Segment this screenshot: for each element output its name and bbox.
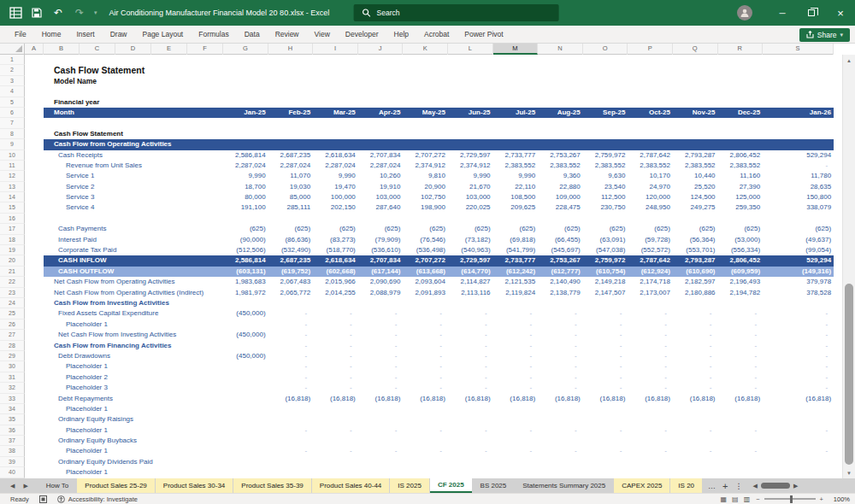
cell[interactable]: 2,759,972 bbox=[583, 255, 628, 266]
select-all-corner[interactable] bbox=[0, 44, 25, 54]
cell[interactable] bbox=[25, 457, 44, 467]
cell[interactable] bbox=[25, 425, 44, 436]
hscroll-left-arrow-icon[interactable]: ◀ bbox=[752, 483, 757, 489]
cell[interactable]: (625) bbox=[583, 224, 628, 234]
vertical-scrollbar[interactable]: ▲ ▼ bbox=[842, 55, 855, 478]
column-header-r[interactable]: R bbox=[718, 44, 764, 55]
cell[interactable]: - bbox=[673, 425, 718, 436]
cell[interactable]: - bbox=[718, 308, 764, 319]
cell[interactable] bbox=[25, 394, 44, 404]
cell[interactable]: - bbox=[718, 319, 764, 330]
row-label[interactable]: Cash Payments bbox=[44, 224, 223, 234]
cell[interactable]: 18,700 bbox=[223, 182, 268, 192]
cell[interactable]: (16,818) bbox=[403, 394, 448, 404]
zoom-out-button[interactable]: − bbox=[756, 495, 759, 503]
ribbon-tab-data[interactable]: Data bbox=[237, 26, 268, 44]
row-header-7[interactable]: 7 bbox=[0, 118, 25, 128]
cell[interactable]: (16,818) bbox=[583, 394, 628, 404]
row-label[interactable]: Net Cash Flow from Investing Activities bbox=[44, 330, 223, 340]
cell[interactable]: - bbox=[583, 425, 628, 436]
cell[interactable]: Oct-25 bbox=[628, 108, 673, 118]
cell[interactable]: Nov-25 bbox=[673, 108, 718, 118]
cell[interactable]: 19,030 bbox=[268, 182, 314, 192]
cell[interactable]: 2,753,267 bbox=[538, 150, 583, 161]
cell[interactable] bbox=[25, 319, 44, 330]
cell[interactable]: 2,173,007 bbox=[628, 288, 673, 298]
cell[interactable]: 2,149,218 bbox=[583, 277, 628, 287]
cell[interactable]: 9,990 bbox=[313, 171, 358, 181]
sheet-tab-capex-2025[interactable]: CAPEX 2025 bbox=[614, 478, 669, 493]
page-break-view-icon[interactable]: ▥ bbox=[744, 495, 751, 503]
cell[interactable]: - bbox=[763, 351, 834, 361]
excel-app-icon[interactable] bbox=[9, 6, 22, 20]
cell[interactable]: 100,000 bbox=[313, 192, 358, 202]
cell[interactable]: 249,275 bbox=[673, 202, 718, 213]
ribbon-tab-acrobat[interactable]: Acrobat bbox=[416, 26, 457, 44]
cell[interactable]: - bbox=[493, 319, 539, 330]
cell[interactable]: - bbox=[403, 446, 448, 456]
cell[interactable]: 2,383,552 bbox=[538, 161, 583, 171]
cell[interactable]: - bbox=[538, 425, 583, 436]
cell[interactable]: (16,818) bbox=[448, 394, 493, 404]
row-header-2[interactable]: 2 bbox=[0, 65, 25, 75]
cell[interactable]: - bbox=[763, 341, 834, 351]
column-header-m[interactable]: M bbox=[493, 44, 539, 55]
cell[interactable]: 10,260 bbox=[358, 171, 404, 181]
ribbon-tab-draw[interactable]: Draw bbox=[103, 26, 135, 44]
row-header-33[interactable]: 33 bbox=[0, 394, 25, 404]
cell[interactable]: - bbox=[583, 383, 628, 393]
cell[interactable]: (536,498) bbox=[403, 245, 448, 255]
cell[interactable]: - bbox=[448, 330, 493, 340]
cell[interactable]: (625) bbox=[538, 224, 583, 234]
cell[interactable]: 2,088,979 bbox=[358, 288, 404, 298]
minimize-button[interactable]: ─ bbox=[768, 0, 797, 26]
cell[interactable]: - bbox=[718, 341, 764, 351]
cell[interactable]: 109,000 bbox=[538, 192, 583, 202]
cell[interactable]: - bbox=[403, 330, 448, 340]
cell[interactable]: 2,121,535 bbox=[493, 277, 539, 287]
cell[interactable]: 2,806,452 bbox=[718, 255, 764, 266]
cell[interactable]: 2,065,772 bbox=[268, 288, 314, 298]
row-header-37[interactable]: 37 bbox=[0, 436, 25, 446]
cell[interactable]: - bbox=[403, 383, 448, 393]
row-label[interactable]: Placeholder 1 bbox=[44, 446, 223, 456]
cell[interactable]: (83,273) bbox=[313, 235, 358, 245]
cell[interactable]: - bbox=[538, 383, 583, 393]
row-header-21[interactable]: 21 bbox=[0, 267, 25, 277]
cell[interactable] bbox=[25, 414, 44, 425]
cell[interactable]: (610,754) bbox=[583, 267, 628, 277]
cell[interactable]: 2,586,814 bbox=[223, 150, 268, 161]
redo-icon[interactable]: ↷ bbox=[73, 6, 86, 20]
column-header-b[interactable]: B bbox=[44, 44, 80, 55]
cell[interactable] bbox=[25, 118, 44, 128]
cell[interactable] bbox=[25, 129, 44, 139]
cell[interactable]: - bbox=[538, 308, 583, 319]
row-header-4[interactable]: 4 bbox=[0, 86, 25, 97]
search-input[interactable]: Search bbox=[354, 4, 559, 21]
cell[interactable]: (73,182) bbox=[448, 235, 493, 245]
cell[interactable]: May-25 bbox=[403, 108, 448, 118]
cell[interactable]: (16,818) bbox=[268, 394, 314, 404]
column-header-f[interactable]: F bbox=[187, 44, 223, 55]
cell[interactable]: 19,910 bbox=[358, 182, 404, 192]
horizontal-scrollbar-thumb[interactable] bbox=[761, 483, 790, 489]
cell[interactable]: (625) bbox=[718, 224, 764, 234]
cell[interactable]: - bbox=[493, 351, 539, 361]
column-header-l[interactable]: L bbox=[448, 44, 493, 55]
row-header-38[interactable]: 38 bbox=[0, 446, 25, 456]
cell[interactable]: (625) bbox=[673, 224, 718, 234]
column-header-n[interactable]: N bbox=[538, 44, 583, 55]
cell[interactable]: (625) bbox=[268, 224, 314, 234]
column-header-g[interactable]: G bbox=[223, 44, 268, 55]
cell[interactable]: (609,959) bbox=[718, 267, 764, 277]
cell[interactable]: 124,500 bbox=[673, 192, 718, 202]
cell[interactable]: Jan-25 bbox=[223, 108, 268, 118]
cell[interactable]: 27,390 bbox=[718, 182, 764, 192]
cell[interactable]: 103,000 bbox=[358, 192, 404, 202]
cell[interactable] bbox=[223, 361, 268, 372]
cell[interactable]: - bbox=[628, 341, 673, 351]
cell[interactable]: - bbox=[718, 446, 764, 456]
cell[interactable]: 2,374,912 bbox=[403, 161, 448, 171]
row-label[interactable]: Net Cash Flow from Operating Activities … bbox=[44, 288, 223, 298]
cell[interactable]: (49,637) bbox=[763, 235, 834, 245]
